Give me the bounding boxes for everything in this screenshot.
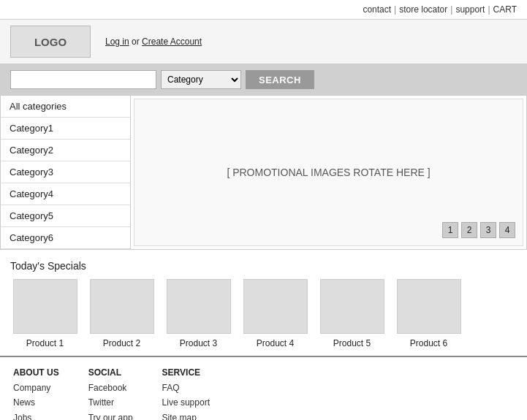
create-account-link[interactable]: Create Account bbox=[142, 37, 202, 47]
promo-dot-1[interactable]: 1 bbox=[442, 222, 458, 238]
specials-section: Today's Specials Product 1 Product 2 Pro… bbox=[0, 250, 527, 356]
login-or: or bbox=[129, 37, 142, 47]
footer-social-title: SOCIAL bbox=[88, 367, 133, 378]
promo-dot-2[interactable]: 2 bbox=[461, 222, 477, 238]
category-item-all[interactable]: All categories bbox=[1, 96, 130, 118]
logo: LOGO bbox=[10, 26, 91, 58]
footer-col-social: SOCIAL Facebook Twitter Try our app bbox=[88, 367, 133, 420]
sep-1: | bbox=[394, 4, 396, 15]
category-item-1[interactable]: Category1 bbox=[1, 118, 130, 140]
product-image-4 bbox=[243, 279, 308, 334]
footer-service-title: SERVICE bbox=[162, 367, 210, 378]
promo-area: [ PROMOTIONAL IMAGES ROTATE HERE ] 1 2 3… bbox=[134, 99, 523, 246]
product-image-6 bbox=[397, 279, 461, 334]
product-image-1 bbox=[13, 279, 77, 334]
search-input[interactable] bbox=[10, 70, 156, 89]
footer-service-livesupport[interactable]: Live support bbox=[162, 395, 210, 410]
category-item-2[interactable]: Category2 bbox=[1, 140, 130, 161]
category-item-5[interactable]: Category5 bbox=[1, 205, 130, 227]
footer-about-jobs[interactable]: Jobs bbox=[13, 411, 59, 420]
category-sidebar: All categories Category1 Category2 Categ… bbox=[1, 96, 131, 249]
footer-service-sitemap[interactable]: Site map bbox=[162, 411, 210, 420]
product-image-5 bbox=[320, 279, 384, 334]
footer-service-faq[interactable]: FAQ bbox=[162, 381, 210, 395]
footer-social-facebook[interactable]: Facebook bbox=[88, 381, 133, 395]
footer-about-news[interactable]: News bbox=[13, 395, 59, 410]
product-item-4[interactable]: Product 4 bbox=[240, 279, 310, 348]
header: LOGO Log in or Create Account bbox=[0, 20, 527, 64]
specials-title: Today's Specials bbox=[10, 260, 517, 272]
footer-about-company[interactable]: Company bbox=[13, 381, 59, 395]
product-label-1: Product 1 bbox=[26, 338, 64, 348]
category-item-3[interactable]: Category3 bbox=[1, 161, 130, 183]
search-bar: Category Category1 Category2 Category3 C… bbox=[0, 64, 527, 95]
sep-2: | bbox=[450, 4, 452, 15]
promo-dot-3[interactable]: 3 bbox=[480, 222, 496, 238]
category-item-4[interactable]: Category4 bbox=[1, 183, 130, 205]
product-image-3 bbox=[167, 279, 231, 334]
login-link[interactable]: Log in bbox=[105, 37, 129, 47]
promo-dots: 1 2 3 4 bbox=[442, 222, 515, 238]
category-select[interactable]: Category Category1 Category2 Category3 C… bbox=[161, 70, 241, 89]
footer-about-title: ABOUT US bbox=[13, 367, 59, 378]
product-label-3: Product 3 bbox=[180, 338, 217, 348]
store-locator-link[interactable]: store locator bbox=[399, 4, 447, 15]
footer-social-twitter[interactable]: Twitter bbox=[88, 395, 133, 410]
product-label-4: Product 4 bbox=[257, 338, 294, 348]
cart-link[interactable]: CART bbox=[493, 4, 517, 15]
product-image-2 bbox=[90, 279, 154, 334]
category-item-6[interactable]: Category6 bbox=[1, 227, 130, 249]
footer-social-app[interactable]: Try our app bbox=[88, 411, 133, 420]
product-label-5: Product 5 bbox=[333, 338, 371, 348]
product-item-5[interactable]: Product 5 bbox=[317, 279, 387, 348]
product-item-1[interactable]: Product 1 bbox=[10, 279, 80, 348]
promo-text: [ PROMOTIONAL IMAGES ROTATE HERE ] bbox=[227, 167, 430, 178]
promo-dot-4[interactable]: 4 bbox=[499, 222, 515, 238]
product-label-2: Product 2 bbox=[103, 338, 140, 348]
top-bar: contact | store locator | support | CART bbox=[0, 0, 527, 20]
main-content: All categories Category1 Category2 Categ… bbox=[0, 95, 527, 250]
product-label-6: Product 6 bbox=[410, 338, 447, 348]
footer: ABOUT US Company News Jobs Policies Cont… bbox=[0, 356, 527, 420]
contact-link[interactable]: contact bbox=[363, 4, 391, 15]
products-row: Product 1 Product 2 Product 3 Product 4 … bbox=[10, 279, 517, 348]
product-item-3[interactable]: Product 3 bbox=[164, 279, 233, 348]
product-item-6[interactable]: Product 6 bbox=[394, 279, 463, 348]
footer-col-about: ABOUT US Company News Jobs Policies Cont… bbox=[13, 367, 59, 420]
top-bar-links: contact | store locator | support | CART bbox=[363, 4, 517, 15]
product-item-2[interactable]: Product 2 bbox=[87, 279, 156, 348]
login-area: Log in or Create Account bbox=[105, 37, 202, 47]
search-button[interactable]: SEARCH bbox=[246, 70, 314, 89]
support-link[interactable]: support bbox=[455, 4, 485, 15]
footer-col-service: SERVICE FAQ Live support Site map bbox=[162, 367, 210, 420]
sep-3: | bbox=[488, 4, 490, 15]
